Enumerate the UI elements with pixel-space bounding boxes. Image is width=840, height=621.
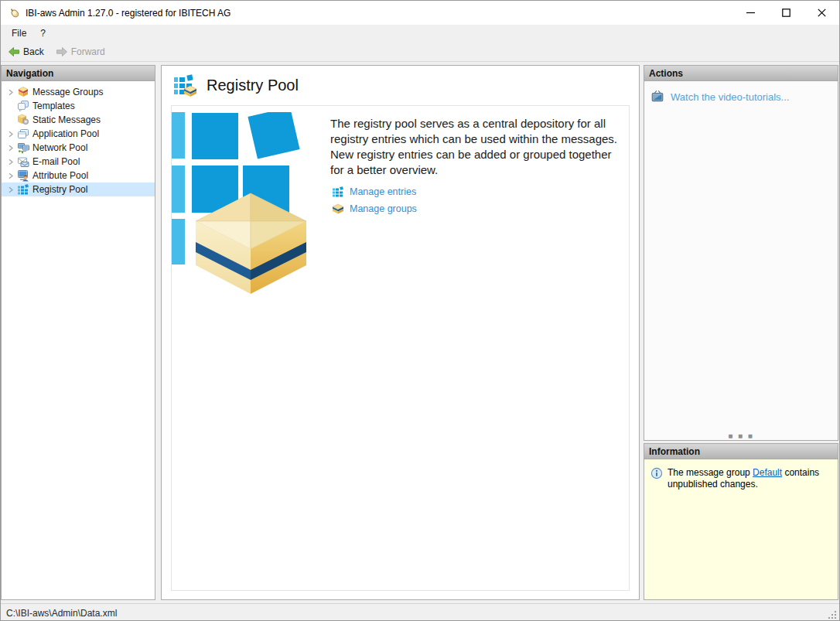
resize-grip-icon[interactable] <box>827 609 838 620</box>
description-text: The registry pool serves as a central de… <box>330 116 626 178</box>
app-icon <box>8 6 21 19</box>
sidebar-item-label: Attribute Pool <box>32 170 88 181</box>
chevron-right-icon[interactable] <box>5 186 17 193</box>
actions-header: Actions <box>644 66 838 81</box>
manage-groups-link[interactable]: Manage groups <box>332 200 417 217</box>
email-pool-icon <box>17 155 29 168</box>
manage-entries-label: Manage entries <box>350 186 416 197</box>
main-content: The registry pool serves as a central de… <box>171 105 630 591</box>
toolbar: Back Forward <box>1 42 839 62</box>
navigation-panel: Navigation Message Groups <box>1 65 155 600</box>
attribute-pool-icon <box>17 169 29 182</box>
sidebar-item-label: Templates <box>32 101 75 111</box>
chevron-right-icon[interactable] <box>5 131 17 138</box>
maximize-button[interactable] <box>768 1 804 25</box>
sidebar-item-message-groups[interactable]: Message Groups <box>2 85 155 99</box>
registry-pool-illustration <box>171 112 307 295</box>
info-text-before: The message group <box>668 467 753 478</box>
back-arrow-icon <box>8 46 20 58</box>
chevron-right-icon[interactable] <box>5 159 17 165</box>
sidebar-item-registry-pool[interactable]: Registry Pool <box>2 183 155 196</box>
tv-icon <box>650 90 664 104</box>
sidebar-item-label: Static Messages <box>32 114 101 125</box>
menu-file[interactable]: File <box>5 26 33 41</box>
information-message: The message group Default contains unpub… <box>668 467 833 490</box>
back-button[interactable]: Back <box>3 43 49 60</box>
actions-body: Watch the video-tutorials... ■ ■ ■ <box>644 81 838 440</box>
main-panel: Registry Pool <box>161 65 640 600</box>
actions-panel: Actions Watch the video-tutorials... ■ ■… <box>644 65 838 441</box>
information-panel: Information The message group Default co… <box>644 443 838 600</box>
sidebar-item-label: E-mail Pool <box>32 156 80 167</box>
menu-help[interactable]: ? <box>33 26 53 41</box>
main-header: Registry Pool <box>162 66 639 104</box>
static-messages-icon <box>17 114 29 126</box>
sidebar-item-label: Network Pool <box>32 142 87 153</box>
chevron-right-icon[interactable] <box>5 145 17 152</box>
window-title: IBI-aws Admin 1.27.0 - registered for IB… <box>26 8 230 19</box>
application-pool-icon <box>17 128 29 140</box>
manage-entries-link[interactable]: Manage entries <box>332 183 417 200</box>
registry-pool-box-icon <box>172 73 197 97</box>
info-icon <box>650 467 663 479</box>
group-box-icon <box>332 203 344 215</box>
video-tutorials-link[interactable]: Watch the video-tutorials... <box>644 81 838 104</box>
registry-pool-icon <box>17 183 29 196</box>
sidebar-item-email-pool[interactable]: E-mail Pool <box>2 155 155 169</box>
back-label: Back <box>23 46 44 57</box>
sidebar-item-network-pool[interactable]: Network Pool <box>2 141 155 155</box>
menubar: File ? <box>1 25 839 42</box>
sidebar-item-templates[interactable]: Templates <box>2 99 155 113</box>
forward-button[interactable]: Forward <box>51 43 110 60</box>
templates-icon <box>17 100 29 112</box>
sidebar-item-label: Application Pool <box>32 128 99 139</box>
manage-links: Manage entries Manage groups <box>332 183 417 217</box>
sidebar-item-label: Registry Pool <box>32 184 87 195</box>
forward-arrow-icon <box>56 46 68 58</box>
sidebar-item-application-pool[interactable]: Application Pool <box>2 127 155 141</box>
splitter-grip[interactable]: ■ ■ ■ <box>644 434 838 438</box>
close-button[interactable] <box>804 1 839 25</box>
chevron-right-icon[interactable] <box>5 89 17 96</box>
network-pool-icon <box>17 142 29 154</box>
message-groups-icon <box>17 86 29 98</box>
navigation-header: Navigation <box>2 66 155 81</box>
minimize-button[interactable] <box>732 1 768 25</box>
navigation-tree: Message Groups Templates <box>2 81 155 196</box>
registry-tiles-icon <box>332 186 344 198</box>
sidebar-item-static-messages[interactable]: Static Messages <box>2 113 155 127</box>
sidebar-item-label: Message Groups <box>32 87 103 97</box>
data-file-path: C:\IBI-aws\Admin\Data.xml <box>6 608 117 619</box>
app-window: IBI-aws Admin 1.27.0 - registered for IB… <box>0 0 840 621</box>
video-tutorials-label: Watch the video-tutorials... <box>671 90 789 103</box>
page-title: Registry Pool <box>207 77 299 94</box>
information-body: The message group Default contains unpub… <box>644 459 838 490</box>
sidebar-item-attribute-pool[interactable]: Attribute Pool <box>2 169 155 183</box>
forward-label: Forward <box>71 46 105 57</box>
chevron-right-icon[interactable] <box>5 172 17 179</box>
statusbar: C:\IBI-aws\Admin\Data.xml <box>1 603 839 621</box>
titlebar: IBI-aws Admin 1.27.0 - registered for IB… <box>1 1 839 25</box>
manage-groups-label: Manage groups <box>350 203 417 214</box>
information-header: Information <box>644 444 838 459</box>
default-group-link[interactable]: Default <box>753 467 782 478</box>
